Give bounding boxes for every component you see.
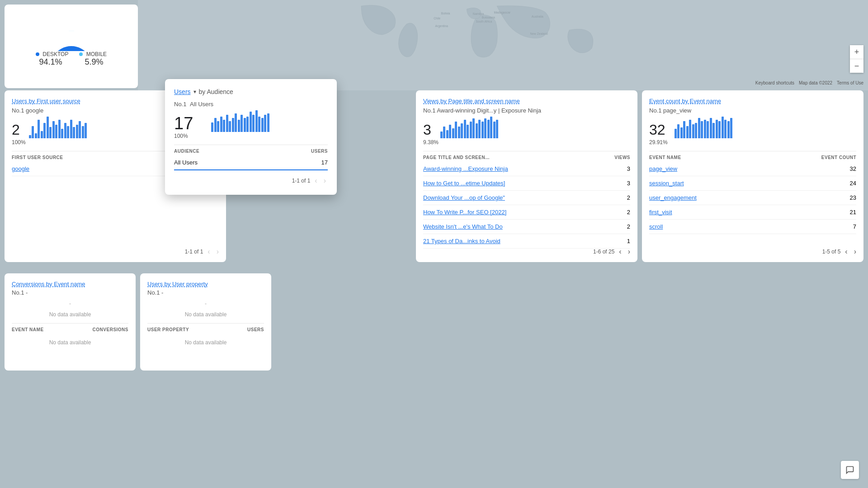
user-property-title[interactable]: Users by User property (147, 281, 264, 287)
conversions-title[interactable]: Conversions by Event name (12, 281, 128, 287)
desktop-pct: 94.1% (39, 57, 62, 67)
map-area: Bolivia Chile Argentina Namibia Botswana… (138, 0, 868, 90)
conversions-no1: No.1 - (12, 289, 128, 296)
events-next-btn[interactable]: › (852, 247, 858, 257)
popup-row-value: 17 (321, 159, 328, 166)
views-row: How to Get to ...etime Updates]3 (423, 176, 630, 191)
views-row-label[interactable]: 21 Types of Da...inks to Avoid (423, 238, 500, 244)
popup-dropdown-icon[interactable]: ▾ (193, 89, 196, 95)
views-row-label[interactable]: Website Isn't ...e's What To Do (423, 223, 503, 230)
spark-bar (461, 123, 463, 138)
device-split-card: DESKTOP MOBILE 94.1% 5.9% (5, 5, 138, 88)
col-users-prop: USERS (247, 327, 264, 332)
views-row: Download Your ...op of Google"2 (423, 191, 630, 205)
spark-bar (710, 118, 712, 138)
views-row-label[interactable]: Download Your ...op of Google" (423, 194, 505, 201)
spark-bar (226, 115, 228, 132)
events-row-label[interactable]: user_engagement (649, 194, 697, 201)
conversions-nodash: - (12, 300, 128, 307)
desktop-label: DESKTOP (36, 51, 68, 57)
spark-bar (698, 118, 700, 138)
popup-data-row: All Users 17 (174, 155, 328, 170)
spark-bar (255, 110, 258, 132)
views-row-label[interactable]: Award-winning ...Exposure Ninja (423, 165, 508, 172)
spark-bar (79, 121, 81, 138)
spark-bar (689, 120, 691, 138)
popup-prev-btn[interactable]: ‹ (313, 176, 319, 186)
prev-page-btn[interactable]: ‹ (206, 247, 212, 257)
views-value: 3 (423, 122, 431, 138)
events-row-label[interactable]: scroll (649, 223, 663, 230)
spark-bar (73, 127, 75, 138)
spark-bar (32, 126, 34, 138)
zoom-out-button[interactable]: − (850, 59, 863, 73)
zoom-in-button[interactable]: + (850, 45, 863, 59)
chat-icon[interactable] (841, 461, 859, 479)
spark-bar (58, 120, 61, 138)
spark-bar (496, 120, 498, 138)
spark-bar (722, 117, 724, 138)
spark-bar (470, 122, 472, 138)
user-property-nodash: - (147, 300, 264, 307)
events-row-label[interactable]: session_start (649, 180, 684, 187)
spark-bar (476, 123, 478, 138)
terms-of-use[interactable]: Terms of Use (837, 80, 863, 85)
spark-bar (487, 120, 490, 138)
views-next-btn[interactable]: › (626, 247, 632, 257)
popup-pagination: 1-1 of 1 ‹ › (174, 176, 328, 186)
next-page-btn[interactable]: › (215, 247, 221, 257)
popup-col-users: USERS (311, 149, 328, 154)
map-data-label: Map data ©2022 (799, 80, 832, 85)
spark-bar (76, 125, 78, 138)
events-row: first_visit21 (649, 205, 856, 220)
spark-bar (680, 127, 683, 138)
users-source-pagination: 1-1 of 1 ‹ › (185, 247, 221, 257)
spark-bar (217, 121, 219, 132)
user-property-nodata-msg: No data available (147, 311, 264, 318)
views-title[interactable]: Views by Page title and screen name (423, 98, 630, 104)
events-pct: 29.91% (649, 139, 856, 145)
events-title[interactable]: Event count by Event name (649, 98, 856, 104)
spark-bar (490, 117, 492, 138)
col-conversions: CONVERSIONS (93, 327, 128, 332)
events-row-label[interactable]: first_visit (649, 209, 672, 216)
events-col-headers: EVENT NAME EVENT COUNT (649, 151, 856, 162)
svg-text:Botswana: Botswana (482, 16, 495, 19)
views-row-label[interactable]: How to Get to ...etime Updates] (423, 180, 505, 187)
popup-row-label[interactable]: All Users (174, 159, 198, 166)
source-row-label[interactable]: google (12, 165, 29, 172)
views-widget: Views by Page title and screen name No.1… (416, 90, 637, 262)
spark-bar (440, 131, 443, 138)
keyboard-shortcuts[interactable]: Keyboard shortcuts (755, 80, 794, 85)
svg-text:Australia: Australia (532, 15, 543, 18)
col-event-name: EVENT NAME (649, 155, 681, 160)
col-page-title: PAGE TITLE AND SCREEN... (423, 155, 490, 160)
spark-bar (61, 129, 63, 138)
spark-bar (82, 126, 84, 138)
views-prev-btn[interactable]: ‹ (617, 247, 623, 257)
spark-bar (472, 118, 475, 138)
spark-bar (478, 120, 481, 138)
col-source: FIRST USER SOURCE (12, 155, 63, 160)
popup-users-label[interactable]: Users (174, 88, 191, 95)
events-row-label[interactable]: page_view (649, 165, 677, 172)
spark-bar (244, 118, 246, 132)
mobile-label: MOBILE (79, 51, 107, 57)
events-row: session_start24 (649, 176, 856, 191)
spark-bar (695, 123, 697, 138)
col-views: VIEWS (614, 155, 630, 160)
popup-next-btn[interactable]: › (322, 176, 328, 186)
spark-bar (235, 113, 237, 132)
spark-bar (41, 131, 43, 138)
svg-text:Chile: Chile (434, 17, 440, 20)
spark-bar (220, 117, 222, 132)
svg-text:Argentina: Argentina (435, 24, 448, 28)
spark-bar (252, 115, 255, 132)
spark-bar (223, 120, 225, 132)
events-prev-btn[interactable]: ‹ (843, 247, 849, 257)
events-data-rows: page_view32session_start24user_engagemen… (649, 162, 856, 234)
spark-bar (464, 120, 466, 138)
events-value: 32 (649, 122, 665, 138)
views-row-label[interactable]: How To Write P...for SEO [2022] (423, 209, 506, 216)
spark-bar (229, 121, 231, 132)
